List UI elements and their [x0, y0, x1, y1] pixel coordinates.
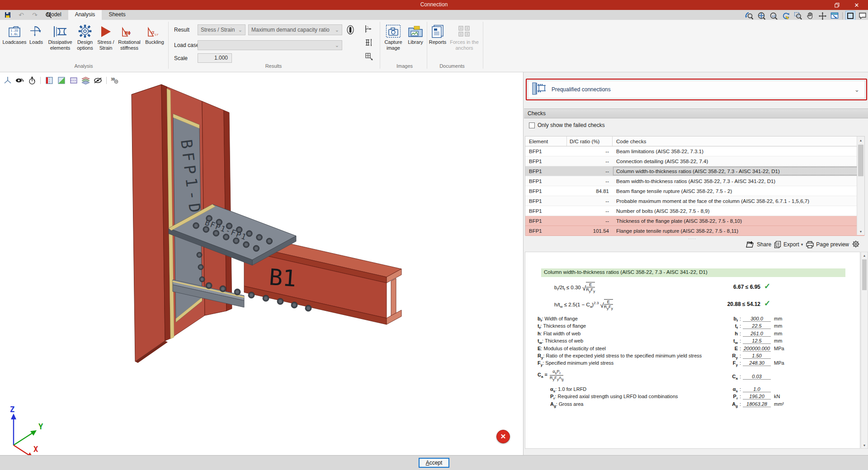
check-row[interactable]: BFP1 -- Beam width-to-thickness ratios (… — [525, 176, 864, 186]
group-label-analysis: Analysis — [50, 63, 118, 69]
report-toolbar: Share Export ▾ Page preview — [746, 240, 860, 249]
svg-text:1.2D: 1.2D — [10, 29, 18, 33]
design-options-button[interactable]: Design options — [74, 22, 96, 51]
loadcases-icon: 1.2D1.6L — [8, 22, 21, 38]
restore-window-icon[interactable] — [829, 0, 844, 10]
only-failed-checkbox[interactable] — [529, 122, 535, 128]
check-row[interactable]: BFP1 84.81 Beam flange tensile rupture (… — [525, 186, 864, 196]
check-row[interactable]: BFP1 -- Number of bolts (AISC 358-22, 7.… — [525, 206, 864, 216]
check-row[interactable]: BFP1 101.54 Flange plate tensile rupture… — [525, 226, 864, 236]
group-label-results: Results — [240, 63, 307, 69]
equation-result: 6.67 ≤ 6.95 — [688, 284, 760, 290]
scroll-down-icon[interactable]: ▼ — [857, 228, 864, 235]
share-button[interactable]: Share — [746, 241, 771, 248]
scale-label: Scale — [174, 55, 188, 61]
pan-icon[interactable] — [806, 11, 815, 20]
report-settings-button[interactable] — [852, 240, 860, 249]
check-row[interactable]: BFP1 -- Beam limitations (AISC 358-22, 7… — [525, 146, 864, 156]
export-icon — [774, 241, 782, 249]
check-pass-icon: ✓ — [764, 282, 770, 291]
result-mode-dropdown[interactable]: Maximum demand capacity ratio ⌄ — [248, 24, 342, 35]
close-window-icon[interactable]: ✕ — [849, 0, 864, 10]
move-icon[interactable] — [818, 11, 827, 20]
redo-icon[interactable]: ↷ — [31, 11, 39, 19]
beam-label: B1 — [268, 264, 297, 292]
accept-button[interactable]: Accept — [419, 458, 449, 468]
zoom-scale-icon[interactable]: x2 — [769, 11, 778, 20]
viewport-3d[interactable]: 3D BFP1-DP — [0, 72, 524, 455]
report-variables-indented: αs: 1.0 for LRFD αs : 1.0 Pr: Required a… — [525, 386, 860, 408]
forces-in-anchors-button: Forces in the anchors — [448, 22, 481, 51]
close-result-badge[interactable]: ✕ — [496, 430, 510, 443]
rotational-stiffness-button[interactable]: MΦ Rotational stiffness — [116, 22, 143, 51]
variable-row: h: Flat width of web h : 261.0 mm — [525, 330, 860, 338]
checks-table-header: Element D/C ratio (%) Code checks — [525, 136, 864, 146]
result-label: Result — [174, 27, 189, 33]
prequalified-connection-icon — [532, 82, 547, 97]
load-case-dropdown[interactable]: ⌄ — [198, 40, 342, 50]
undo-icon[interactable]: ↶ — [17, 11, 25, 19]
tab-analysis[interactable]: Analysis — [68, 10, 102, 20]
check-row[interactable]: BFP1 -- Connection detailing (AISC 358-2… — [525, 156, 864, 166]
connection-type-select[interactable]: Prequalified connections ⌄ — [526, 79, 867, 100]
toolbar-separator — [842, 12, 843, 19]
reports-button[interactable]: Reports — [429, 22, 447, 45]
check-row[interactable]: BFP1 -- Probable maximum moment at the f… — [525, 196, 864, 206]
new-window-icon[interactable] — [830, 11, 839, 20]
save-icon[interactable] — [4, 11, 12, 19]
report-variables: bf: Width of flange bf : 300.0 mm tf: Th… — [525, 315, 860, 367]
checks-section-header: Checks — [524, 108, 868, 118]
loadcases-button[interactable]: 1.2D1.6L Loadcases — [3, 22, 26, 45]
export-caret-icon: ▾ — [801, 242, 803, 247]
library-icon — [408, 22, 423, 38]
ribbon: 1.2D1.6L Loadcases Loads Dissipative ele… — [0, 20, 868, 72]
stress-strain-button[interactable]: Stress / Strain — [96, 22, 116, 51]
scale-input[interactable]: 1.000 — [198, 53, 232, 63]
right-panel: Prequalified connections ⌄ Checks Only s… — [524, 72, 868, 455]
chevron-down-icon: ⌄ — [238, 27, 242, 33]
dissipative-elements-button[interactable]: Dissipative elements — [46, 22, 74, 51]
share-icon — [746, 241, 755, 248]
variable-row: αs: 1.0 for LRFD αs : 1.0 — [525, 386, 860, 393]
tab-sheets[interactable]: Sheets — [102, 10, 132, 20]
equation-formula: h/tw ≤ 2.5(1 − Ca)2.3 √ERyFy — [554, 299, 613, 310]
redraw-icon[interactable] — [781, 11, 790, 20]
scroll-up-icon[interactable]: ▲ — [861, 252, 868, 258]
chevron-down-icon: ⌄ — [335, 42, 339, 48]
mesh-display-icon[interactable] — [363, 51, 374, 61]
svg-text:1.6L: 1.6L — [10, 33, 18, 36]
zoom-rotate-icon[interactable] — [745, 11, 754, 20]
check-row[interactable]: BFP1 -- Thickness of the flange plate (A… — [525, 216, 864, 226]
scroll-up-icon[interactable]: ▲ — [857, 136, 864, 144]
comment-icon[interactable] — [858, 11, 867, 20]
equation-row: h/tw ≤ 2.5(1 − Ca)2.3 √ERyFy 20.88 ≤ 54.… — [525, 297, 860, 314]
checks-table-body: BFP1 -- Beam limitations (AISC 358-22, 7… — [525, 146, 864, 236]
only-failed-filter[interactable]: Only show the failed checks — [529, 122, 605, 128]
zoom-extents-icon[interactable] — [757, 11, 766, 20]
report-scrollbar[interactable]: ▲ ▼ — [861, 252, 868, 449]
export-button[interactable]: Export ▾ — [774, 241, 803, 249]
result-dropdown[interactable]: Stress / Strain ⌄ — [198, 24, 245, 35]
capture-image-button[interactable]: Capture image — [382, 22, 405, 51]
variable-row: Fy: Specified minimum yield stress Fy : … — [525, 360, 860, 367]
checks-scrollbar[interactable]: ▲ ▼ — [857, 136, 864, 235]
check-row[interactable]: BFP1 -- Column width-to-thickness ratios… — [525, 166, 864, 176]
stress-display-icon[interactable] — [363, 37, 374, 48]
reports-icon — [430, 22, 445, 38]
connection-3d-scene[interactable]: BFP1-DP — [0, 72, 524, 455]
load-case-label: Load case — [174, 42, 199, 48]
selection-box-icon[interactable] — [846, 11, 855, 20]
zoom-window-icon[interactable] — [793, 11, 802, 20]
loads-button[interactable]: Loads — [27, 22, 45, 45]
report-check-title: Column width-to-thickness ratios (AISC 3… — [541, 268, 845, 277]
tab-model[interactable]: Model — [40, 10, 68, 20]
axes-triad: Z Y X — [10, 405, 43, 455]
deformed-shape-icon[interactable] — [363, 24, 374, 34]
library-button[interactable]: Library — [406, 22, 425, 45]
result-info-icon[interactable] — [345, 24, 356, 35]
forces-in-anchors-icon — [457, 22, 472, 38]
capture-image-icon — [386, 22, 401, 38]
buckling-button[interactable]: αcr Buckling — [144, 22, 165, 45]
scroll-down-icon[interactable]: ▼ — [861, 442, 868, 448]
page-preview-button[interactable]: Page preview — [806, 241, 849, 249]
